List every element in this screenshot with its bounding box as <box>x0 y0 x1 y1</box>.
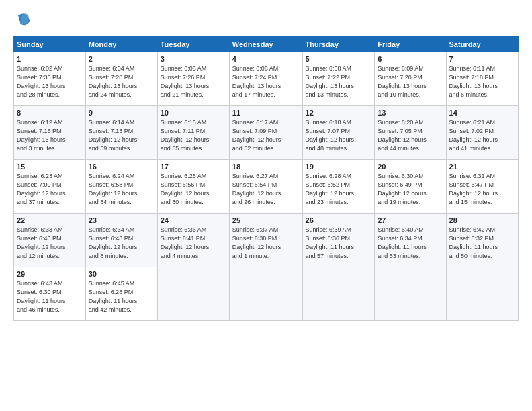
calendar-cell: 2Sunrise: 6:04 AMSunset: 7:28 PMDaylight… <box>85 52 157 106</box>
day-number: 27 <box>378 216 443 224</box>
calendar-cell: 20Sunrise: 6:30 AMSunset: 6:49 PMDayligh… <box>375 160 446 214</box>
day-number: 19 <box>306 163 372 171</box>
calendar-cell: 3Sunrise: 6:05 AMSunset: 7:26 PMDaylight… <box>157 52 229 106</box>
calendar-table: SundayMondayTuesdayWednesdayThursdayFrid… <box>13 36 519 321</box>
calendar-cell: 13Sunrise: 6:20 AMSunset: 7:05 PMDayligh… <box>375 106 446 160</box>
calendar-cell: 23Sunrise: 6:34 AMSunset: 6:43 PMDayligh… <box>85 214 157 267</box>
day-detail: Sunrise: 6:02 AMSunset: 7:30 PMDaylight:… <box>17 64 83 99</box>
day-number: 2 <box>89 55 154 63</box>
day-number: 12 <box>306 109 372 117</box>
calendar-week-2: 8Sunrise: 6:12 AMSunset: 7:15 PMDaylight… <box>14 106 519 160</box>
calendar-cell: 6Sunrise: 6:09 AMSunset: 7:20 PMDaylight… <box>375 52 446 106</box>
day-detail: Sunrise: 6:25 AMSunset: 6:56 PMDaylight:… <box>161 172 226 207</box>
calendar-cell: 30Sunrise: 6:45 AMSunset: 6:28 PMDayligh… <box>85 267 157 321</box>
day-detail: Sunrise: 6:17 AMSunset: 7:09 PMDaylight:… <box>232 118 300 153</box>
calendar-week-4: 22Sunrise: 6:33 AMSunset: 6:45 PMDayligh… <box>14 214 519 267</box>
calendar-cell: 24Sunrise: 6:36 AMSunset: 6:41 PMDayligh… <box>157 214 229 267</box>
calendar-cell: 11Sunrise: 6:17 AMSunset: 7:09 PMDayligh… <box>229 106 302 160</box>
day-detail: Sunrise: 6:31 AMSunset: 6:47 PMDaylight:… <box>449 172 515 207</box>
day-number: 17 <box>161 163 226 171</box>
day-detail: Sunrise: 6:11 AMSunset: 7:18 PMDaylight:… <box>449 64 515 99</box>
calendar-cell: 15Sunrise: 6:23 AMSunset: 7:00 PMDayligh… <box>14 160 86 214</box>
calendar-cell: 17Sunrise: 6:25 AMSunset: 6:56 PMDayligh… <box>157 160 229 214</box>
day-detail: Sunrise: 6:33 AMSunset: 6:45 PMDaylight:… <box>17 226 83 261</box>
calendar-cell: 28Sunrise: 6:42 AMSunset: 6:32 PMDayligh… <box>446 214 518 267</box>
day-number: 14 <box>449 109 515 117</box>
day-detail: Sunrise: 6:43 AMSunset: 6:30 PMDaylight:… <box>17 279 83 314</box>
day-detail: Sunrise: 6:18 AMSunset: 7:07 PMDaylight:… <box>306 118 372 153</box>
col-header-tuesday: Tuesday <box>157 37 229 52</box>
calendar-cell: 9Sunrise: 6:14 AMSunset: 7:13 PMDaylight… <box>85 106 157 160</box>
col-header-wednesday: Wednesday <box>229 37 302 52</box>
day-number: 15 <box>17 163 83 171</box>
calendar-cell: 5Sunrise: 6:08 AMSunset: 7:22 PMDaylight… <box>302 52 375 106</box>
day-detail: Sunrise: 6:14 AMSunset: 7:13 PMDaylight:… <box>89 118 154 153</box>
day-detail: Sunrise: 6:40 AMSunset: 6:34 PMDaylight:… <box>378 226 443 261</box>
day-number: 5 <box>306 55 372 63</box>
day-detail: Sunrise: 6:27 AMSunset: 6:54 PMDaylight:… <box>232 172 300 207</box>
day-detail: Sunrise: 6:28 AMSunset: 6:52 PMDaylight:… <box>306 172 372 207</box>
logo-icon <box>13 11 32 30</box>
day-number: 6 <box>378 55 443 63</box>
calendar-cell <box>375 267 446 321</box>
calendar-cell: 18Sunrise: 6:27 AMSunset: 6:54 PMDayligh… <box>229 160 302 214</box>
calendar-cell <box>157 267 229 321</box>
day-number: 1 <box>17 55 83 63</box>
day-number: 4 <box>232 55 300 63</box>
day-number: 10 <box>161 109 226 117</box>
calendar-cell: 27Sunrise: 6:40 AMSunset: 6:34 PMDayligh… <box>375 214 446 267</box>
day-detail: Sunrise: 6:06 AMSunset: 7:24 PMDaylight:… <box>232 64 300 99</box>
day-number: 18 <box>232 163 300 171</box>
day-detail: Sunrise: 6:42 AMSunset: 6:32 PMDaylight:… <box>449 226 515 261</box>
day-number: 29 <box>17 270 83 278</box>
day-number: 8 <box>17 109 83 117</box>
calendar-cell <box>302 267 375 321</box>
day-number: 28 <box>449 216 515 224</box>
day-detail: Sunrise: 6:36 AMSunset: 6:41 PMDaylight:… <box>161 226 226 261</box>
day-detail: Sunrise: 6:21 AMSunset: 7:02 PMDaylight:… <box>449 118 515 153</box>
calendar-cell: 22Sunrise: 6:33 AMSunset: 6:45 PMDayligh… <box>14 214 86 267</box>
day-detail: Sunrise: 6:08 AMSunset: 7:22 PMDaylight:… <box>306 64 372 99</box>
day-number: 24 <box>161 216 226 224</box>
day-number: 16 <box>89 163 154 171</box>
calendar-cell: 4Sunrise: 6:06 AMSunset: 7:24 PMDaylight… <box>229 52 302 106</box>
calendar-cell: 29Sunrise: 6:43 AMSunset: 6:30 PMDayligh… <box>14 267 86 321</box>
day-number: 7 <box>449 55 515 63</box>
day-number: 13 <box>378 109 443 117</box>
calendar-cell: 21Sunrise: 6:31 AMSunset: 6:47 PMDayligh… <box>446 160 518 214</box>
day-detail: Sunrise: 6:30 AMSunset: 6:49 PMDaylight:… <box>378 172 443 207</box>
day-number: 3 <box>161 55 226 63</box>
calendar-cell: 1Sunrise: 6:02 AMSunset: 7:30 PMDaylight… <box>14 52 86 106</box>
col-header-monday: Monday <box>85 37 157 52</box>
col-header-thursday: Thursday <box>302 37 375 52</box>
day-number: 20 <box>378 163 443 171</box>
calendar-week-3: 15Sunrise: 6:23 AMSunset: 7:00 PMDayligh… <box>14 160 519 214</box>
day-detail: Sunrise: 6:39 AMSunset: 6:36 PMDaylight:… <box>306 226 372 261</box>
calendar-cell <box>229 267 302 321</box>
day-number: 25 <box>232 216 300 224</box>
calendar-cell: 12Sunrise: 6:18 AMSunset: 7:07 PMDayligh… <box>302 106 375 160</box>
calendar-cell: 26Sunrise: 6:39 AMSunset: 6:36 PMDayligh… <box>302 214 375 267</box>
logo <box>13 11 35 30</box>
calendar-cell: 25Sunrise: 6:37 AMSunset: 6:38 PMDayligh… <box>229 214 302 267</box>
day-detail: Sunrise: 6:09 AMSunset: 7:20 PMDaylight:… <box>378 64 443 99</box>
day-number: 9 <box>89 109 154 117</box>
calendar-cell: 19Sunrise: 6:28 AMSunset: 6:52 PMDayligh… <box>302 160 375 214</box>
day-number: 26 <box>306 216 372 224</box>
day-number: 21 <box>449 163 515 171</box>
day-detail: Sunrise: 6:15 AMSunset: 7:11 PMDaylight:… <box>161 118 226 153</box>
calendar-cell: 7Sunrise: 6:11 AMSunset: 7:18 PMDaylight… <box>446 52 518 106</box>
day-number: 30 <box>89 270 154 278</box>
day-detail: Sunrise: 6:12 AMSunset: 7:15 PMDaylight:… <box>17 118 83 153</box>
day-number: 22 <box>17 216 83 224</box>
day-detail: Sunrise: 6:34 AMSunset: 6:43 PMDaylight:… <box>89 226 154 261</box>
day-detail: Sunrise: 6:20 AMSunset: 7:05 PMDaylight:… <box>378 118 443 153</box>
day-detail: Sunrise: 6:04 AMSunset: 7:28 PMDaylight:… <box>89 64 154 99</box>
calendar-cell: 14Sunrise: 6:21 AMSunset: 7:02 PMDayligh… <box>446 106 518 160</box>
calendar-header-row: SundayMondayTuesdayWednesdayThursdayFrid… <box>14 37 519 52</box>
col-header-friday: Friday <box>375 37 446 52</box>
calendar-cell: 16Sunrise: 6:24 AMSunset: 6:58 PMDayligh… <box>85 160 157 214</box>
day-detail: Sunrise: 6:45 AMSunset: 6:28 PMDaylight:… <box>89 279 154 314</box>
calendar-week-1: 1Sunrise: 6:02 AMSunset: 7:30 PMDaylight… <box>14 52 519 106</box>
calendar-cell: 8Sunrise: 6:12 AMSunset: 7:15 PMDaylight… <box>14 106 86 160</box>
